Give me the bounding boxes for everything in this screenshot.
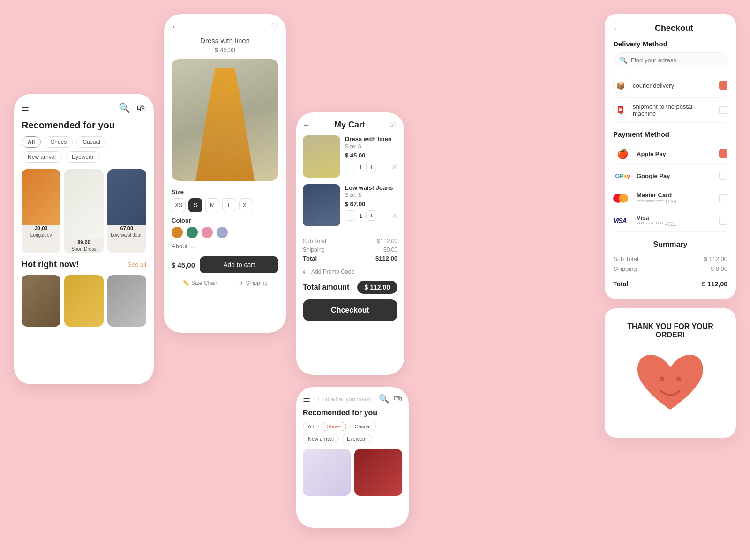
checkout-total-value: $ 112,00 xyxy=(702,280,728,288)
address-search-bar[interactable]: 🔍 xyxy=(613,52,728,67)
apple-pay-radio[interactable] xyxy=(719,149,728,158)
qty-value-2: 1 xyxy=(359,212,362,219)
shipping-label: Shipping xyxy=(303,246,325,253)
shoe-card-1[interactable] xyxy=(303,449,351,496)
address-input[interactable] xyxy=(631,57,721,64)
hot-title: Hot right now! xyxy=(22,260,79,269)
recommended-title: Recomended for you xyxy=(22,120,146,131)
back-icon[interactable]: ← xyxy=(172,22,179,31)
total-amount-value: $ 112,00 xyxy=(357,281,398,294)
payment-visa[interactable]: VISA Visa **** **** **** 4321 xyxy=(613,209,728,232)
shoe-card-2[interactable] xyxy=(354,449,402,496)
color-options xyxy=(172,227,278,238)
payment-google-pay[interactable]: GPay Google Pay xyxy=(613,165,728,187)
google-pay-radio[interactable] xyxy=(719,172,728,180)
hot-card-3[interactable] xyxy=(107,275,146,327)
about-text: About ... xyxy=(172,243,278,250)
filter2-shoes[interactable]: Shoes xyxy=(322,422,346,431)
product-hero-image xyxy=(172,59,278,181)
filter-all[interactable]: All xyxy=(22,136,41,148)
product-card-1[interactable]: ♡ 30,00 Longsleev xyxy=(22,169,60,253)
qty-increase-1[interactable]: + xyxy=(366,162,376,172)
color-1[interactable] xyxy=(172,227,183,238)
size-s[interactable]: S xyxy=(188,198,202,212)
cart-item-1-price: $ 45,00 xyxy=(345,152,398,159)
remove-item-1[interactable]: ✕ xyxy=(391,163,398,172)
filter2-eyewear[interactable]: Eyewear xyxy=(342,434,372,443)
cart-icon[interactable]: 🛍 xyxy=(137,103,146,113)
total-value: $112,00 xyxy=(375,255,398,262)
filter-new-arrival[interactable]: New arrival xyxy=(22,151,62,163)
size-l[interactable]: L xyxy=(222,198,236,212)
color-3[interactable] xyxy=(202,227,213,238)
qty-increase-2[interactable]: + xyxy=(366,210,376,221)
color-4[interactable] xyxy=(217,227,228,238)
menu-icon-2[interactable]: ☰ xyxy=(303,394,310,404)
delivery-option-courier[interactable]: 📦 courier delivery xyxy=(613,73,728,98)
promo-label[interactable]: Add Promo Code xyxy=(311,269,354,275)
hot-card-1[interactable] xyxy=(22,275,60,327)
cart-notification-icon[interactable]: 🛍 xyxy=(389,120,398,130)
phone-product-detail: ← ♡ Dress with linen $ 45,00 Size XS S M… xyxy=(164,14,286,333)
filter2-casual[interactable]: Casual xyxy=(349,422,375,431)
favorite-icon[interactable]: ♡ xyxy=(271,22,278,32)
apple-pay-label: Apple Pay xyxy=(637,150,714,157)
search-icon[interactable]: 🔍 xyxy=(119,102,130,113)
checkout-back-icon[interactable]: ← xyxy=(613,24,621,33)
size-m[interactable]: M xyxy=(205,198,219,212)
cart-back-icon[interactable]: ← xyxy=(303,121,310,129)
qty-decrease-2[interactable]: − xyxy=(345,210,355,221)
cart-icon-2[interactable]: 🛍 xyxy=(394,394,402,404)
product-price-3: 67,00 xyxy=(107,225,146,231)
product-card-3[interactable]: 67,00 Low waist Jean xyxy=(107,169,146,253)
remove-item-2[interactable]: ✕ xyxy=(391,211,398,220)
hot-grid xyxy=(22,275,146,327)
filter2-new[interactable]: New arrival xyxy=(303,434,339,443)
mastercard-radio[interactable] xyxy=(719,194,728,202)
filter-casual[interactable]: Casual xyxy=(76,136,106,148)
filter-tags: All Shoes Casual New arrival Eyewear xyxy=(22,136,146,163)
shipping-value: $0,00 xyxy=(383,246,398,253)
wishlist-icon-1[interactable]: ♡ xyxy=(52,172,58,179)
search-icon-2[interactable]: 🔍 xyxy=(379,394,389,404)
payment-title: Payment Method xyxy=(613,130,728,138)
phone-recommended-bottom: ☰ Find what you want! 🔍 🛍 Recomended for… xyxy=(296,387,409,528)
postal-radio[interactable] xyxy=(719,106,728,114)
cart-item-2-name: Low waist Jeans xyxy=(345,184,398,191)
add-to-cart-button[interactable]: Add to cart xyxy=(200,256,278,273)
price-tag: $ 45,00 xyxy=(172,261,195,269)
see-all-link[interactable]: See all xyxy=(128,261,146,268)
payment-section: Payment Method 🍎 Apple Pay GPay xyxy=(613,130,728,232)
delivery-option-postal[interactable]: 📮 shipment to the postal machine xyxy=(613,98,728,123)
size-chart-link[interactable]: 📏 Size Chart xyxy=(182,280,218,286)
filter2-all[interactable]: All xyxy=(303,422,319,431)
visa-label: Visa xyxy=(637,214,714,221)
filter-eyewear[interactable]: Eyewear xyxy=(66,151,100,163)
shipping-link[interactable]: ✈ Shipping xyxy=(239,280,268,286)
visa-logo-wrap: VISA xyxy=(613,217,632,224)
shoes-grid xyxy=(303,449,402,496)
menu-icon[interactable]: ☰ xyxy=(22,103,29,113)
courier-radio[interactable] xyxy=(719,81,728,90)
visa-radio[interactable] xyxy=(719,217,728,225)
color-2[interactable] xyxy=(187,227,198,238)
promo-icon: 🏷 xyxy=(303,269,308,275)
size-xl[interactable]: XL xyxy=(239,198,253,212)
hot-card-2[interactable] xyxy=(64,275,103,327)
qty-value-1: 1 xyxy=(359,164,362,171)
product-price-detail: $ 45,00 xyxy=(172,46,278,53)
checkout-button[interactable]: Chceckout xyxy=(303,299,398,321)
thankyou-panel: THANK YOU FOR YOUR ORDER! xyxy=(605,308,736,438)
rec-title-2: Recomended for you xyxy=(303,409,402,417)
payment-mastercard[interactable]: Master Card **** **** **** 1234 xyxy=(613,187,728,209)
product-card-2[interactable]: 89,00 Short Dress xyxy=(64,169,103,253)
google-pay-logo-wrap: GPay xyxy=(613,170,632,182)
filter-shoes[interactable]: Shoes xyxy=(45,136,73,148)
mastercard-label: Master Card xyxy=(637,192,714,199)
ruler-icon: 📏 xyxy=(182,280,189,286)
payment-apple-pay[interactable]: 🍎 Apple Pay xyxy=(613,143,728,165)
product-label-1: Longsleev xyxy=(22,231,60,239)
size-xs[interactable]: XS xyxy=(172,198,186,212)
qty-decrease-1[interactable]: − xyxy=(345,162,355,172)
cart-item-2-size: Size: S xyxy=(345,192,398,198)
